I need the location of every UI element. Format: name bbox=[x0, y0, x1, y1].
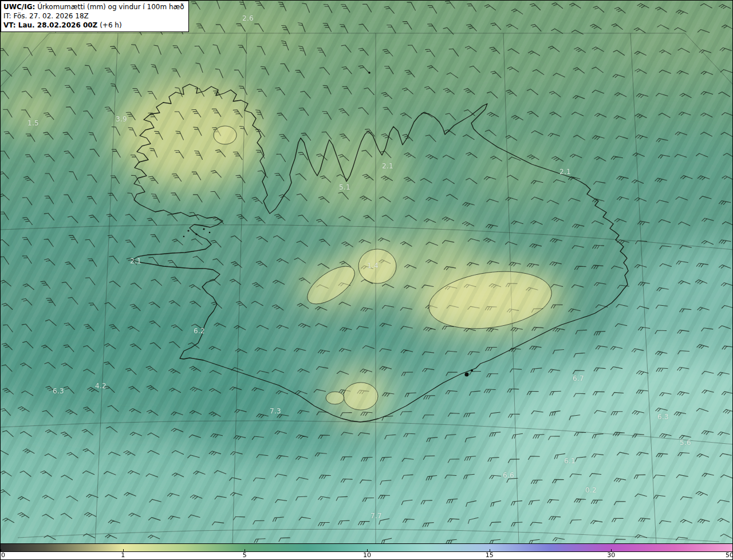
colorbar-tick-label: 0 bbox=[1, 551, 5, 559]
init-time: IT: Fös. 27. 02. 2026 18Z bbox=[3, 11, 184, 21]
colorbar-tick-label: 30 bbox=[607, 551, 615, 559]
valid-time-line: VT: Lau. 28.02.2026 00Z (+6 h) bbox=[3, 21, 184, 30]
colorbar-tick-label: 1 bbox=[121, 551, 125, 559]
map-title: Úrkomumætti (mm) og vindur í 100m hæð bbox=[37, 3, 184, 11]
valid-offset: (+6 h) bbox=[100, 21, 121, 29]
valid-time: VT: Lau. 28.02.2026 00Z bbox=[3, 21, 97, 29]
colorbar-tick-label: 10 bbox=[363, 551, 371, 559]
colorbar-labels: 01510153050 bbox=[1, 552, 733, 559]
precip-colorbar: 01510153050 bbox=[1, 543, 733, 559]
model-info-box: UWC/IG: Úrkomumætti (mm) og vindur í 100… bbox=[1, 1, 189, 32]
colorbar-tick-label: 15 bbox=[486, 551, 494, 559]
weather-map-canvas: 2.61.53.95.12.12.12.11.46.24.26.37.36.76… bbox=[0, 0, 733, 560]
colorbar-tick-label: 5 bbox=[243, 551, 247, 559]
precip-wind-field bbox=[1, 1, 733, 545]
model-id: UWC/IG: bbox=[3, 3, 35, 11]
colorbar-tick-label: 50 bbox=[726, 551, 733, 559]
map-title-line: UWC/IG: Úrkomumætti (mm) og vindur í 100… bbox=[3, 2, 184, 11]
